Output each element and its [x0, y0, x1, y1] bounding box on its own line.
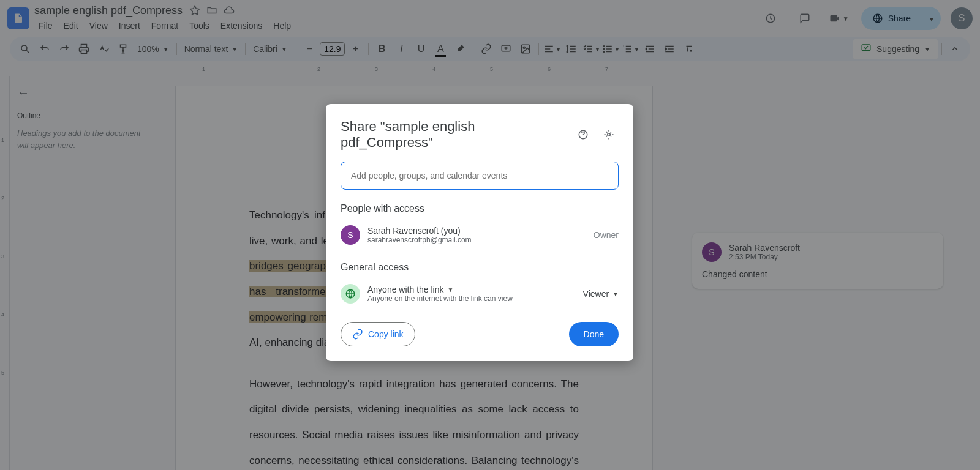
access-role-select[interactable]: Viewer▼ [583, 289, 619, 299]
help-icon[interactable] [573, 125, 593, 144]
person-name: Sarah Ravenscroft (you) [368, 226, 586, 236]
access-type-select[interactable]: Anyone with the link▼ [368, 285, 576, 294]
access-person-row: S Sarah Ravenscroft (you) sarahravenscro… [341, 222, 619, 248]
access-description: Anyone on the internet with the link can… [368, 294, 576, 303]
share-dialog: Share "sample english pdf_Compress" Peop… [326, 104, 633, 361]
person-avatar: S [341, 225, 360, 245]
person-email: sarahravenscroftph@gmail.com [368, 236, 586, 244]
globe-icon [341, 284, 360, 304]
share-dialog-title: Share "sample english pdf_Compress" [341, 119, 567, 151]
copy-link-button[interactable]: Copy link [341, 322, 415, 346]
settings-icon[interactable] [599, 125, 619, 144]
general-access-row: Anyone with the link▼ Anyone on the inte… [341, 280, 619, 307]
person-role: Owner [594, 230, 619, 240]
svg-point-12 [608, 133, 611, 136]
add-people-input[interactable] [341, 162, 619, 190]
done-button[interactable]: Done [569, 322, 619, 346]
people-with-access-label: People with access [341, 203, 619, 214]
general-access-label: General access [341, 262, 619, 273]
